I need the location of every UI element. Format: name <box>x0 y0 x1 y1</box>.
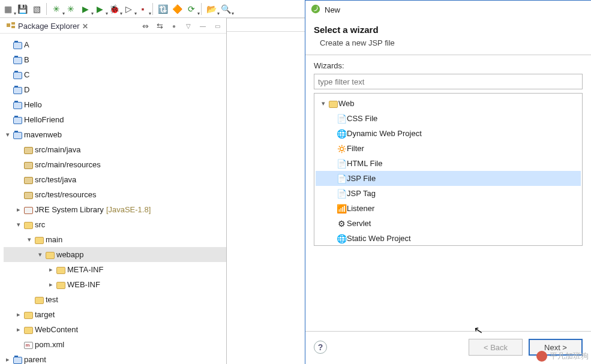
tree-node[interactable]: D <box>4 82 226 97</box>
node-icon <box>12 85 23 94</box>
minimize-icon[interactable]: — <box>197 21 208 32</box>
tree-node[interactable]: ▸JRE System Library[JavaSE-1.8] <box>4 202 226 217</box>
svg-rect-0 <box>7 23 10 27</box>
tree-node[interactable]: ▾webapp <box>4 247 226 262</box>
tb-saveall-icon[interactable]: ▧ <box>30 2 43 16</box>
tb-debug-icon[interactable]: ✳ <box>50 2 63 16</box>
node-label: src <box>34 220 45 229</box>
maximize-icon[interactable]: ▭ <box>212 21 223 32</box>
tree-node[interactable]: A <box>4 37 226 52</box>
wizard-item-icon: 📶 <box>336 204 347 213</box>
node-icon <box>23 175 34 183</box>
tree-node[interactable]: B <box>4 52 226 67</box>
back-button[interactable]: < Back <box>469 339 523 356</box>
tree-node[interactable]: ▸WEB-INF <box>4 277 226 292</box>
node-label: src/main/resources <box>34 160 101 169</box>
expand-icon[interactable]: ▸ <box>4 356 12 363</box>
wizard-item-label: JSP Tag <box>347 189 376 198</box>
wizard-item[interactable]: 📄JSP File <box>316 171 581 186</box>
node-icon <box>23 325 34 333</box>
wizard-item[interactable]: 📄HTML File <box>316 156 581 171</box>
node-label: WEB-INF <box>66 280 100 289</box>
wizard-item-label: Dynamic Web Project <box>347 129 422 138</box>
tb-new-icon[interactable]: ▦ <box>1 2 14 16</box>
node-label: test <box>44 295 58 304</box>
tb-external-icon[interactable]: 🐞 <box>107 2 121 16</box>
focus-icon[interactable]: ● <box>169 21 179 32</box>
node-icon <box>23 205 34 213</box>
tree-node[interactable]: mpom.xml <box>4 337 226 352</box>
tree-node[interactable]: C <box>4 67 226 82</box>
node-label: src/test/java <box>34 175 76 184</box>
svg-rect-2 <box>11 26 15 28</box>
expand-icon[interactable]: ▸ <box>47 266 55 273</box>
node-label: Hello <box>23 100 42 109</box>
tree-node[interactable]: Hello <box>4 97 226 112</box>
tb-open-icon[interactable]: 📂 <box>205 2 218 16</box>
node-icon <box>55 280 66 288</box>
package-explorer-icon <box>6 20 18 32</box>
tree-node[interactable]: ▾mavenweb <box>4 127 226 142</box>
help-icon[interactable]: ? <box>314 341 327 354</box>
wizard-item[interactable]: 🌐Dynamic Web Project <box>316 126 581 141</box>
tree-node[interactable]: ▸META-INF <box>4 262 226 277</box>
collapse-all-icon[interactable]: ⇔ <box>140 21 151 32</box>
wizard-item[interactable]: 📄CSS File <box>316 111 581 126</box>
wizard-item-label: Filter <box>347 144 364 153</box>
tb-launch-icon[interactable]: ▷ <box>122 2 135 16</box>
node-label: mavenweb <box>23 130 62 139</box>
wizard-item[interactable]: 🌐Static Web Project <box>316 231 581 246</box>
node-label: webapp <box>55 250 84 259</box>
node-label: target <box>34 310 55 319</box>
node-label: src/main/java <box>34 145 81 154</box>
tree-node[interactable]: HelloFriend <box>4 112 226 127</box>
tb-refresh-icon[interactable]: ⟳ <box>185 2 198 16</box>
package-explorer-tree[interactable]: ABCDHelloHelloFriend▾mavenwebsrc/main/ja… <box>0 34 226 364</box>
wizard-item-label: CSS File <box>347 114 377 123</box>
expand-icon[interactable]: ▾ <box>4 131 12 139</box>
expand-icon[interactable]: ▸ <box>14 206 23 213</box>
wizard-filter-input[interactable] <box>314 74 583 89</box>
tb-run-dropdown-icon[interactable]: ▶ <box>79 2 92 16</box>
expand-icon[interactable]: ▾ <box>36 251 44 258</box>
dialog-titlebar: New <box>305 1 591 19</box>
expand-icon[interactable]: ▸ <box>14 326 23 333</box>
tree-node[interactable]: ▸WebContent <box>4 322 226 337</box>
link-editor-icon[interactable]: ⇆ <box>154 21 165 32</box>
tb-stop-icon[interactable]: ▪ <box>136 2 149 16</box>
tree-node[interactable]: src/main/java <box>4 142 226 157</box>
tree-node[interactable]: ▾main <box>4 232 226 247</box>
tree-node[interactable]: ▾src <box>4 217 226 232</box>
close-icon[interactable]: ✕ <box>82 22 88 31</box>
next-button[interactable]: Next > <box>529 339 583 356</box>
expand-icon[interactable]: ▾ <box>319 100 328 107</box>
tree-node[interactable]: src/test/resources <box>4 187 226 202</box>
tb-new-javaclass-icon[interactable]: 🔃 <box>156 2 169 16</box>
wizard-category[interactable]: ▾Web <box>316 96 581 111</box>
expand-icon[interactable]: ▾ <box>25 236 34 243</box>
tree-node[interactable]: ▸target <box>4 307 226 322</box>
tree-node[interactable]: src/main/resources <box>4 157 226 172</box>
tb-new-package-icon[interactable]: 🔶 <box>170 2 184 16</box>
dialog-footer: ? < Back Next > <box>305 331 591 364</box>
tb-coverage-icon[interactable]: ▶ <box>93 2 106 16</box>
node-icon <box>12 130 23 139</box>
wizard-item-icon: 📄 <box>336 159 347 169</box>
wizard-tree[interactable]: ▾Web📄CSS File🌐Dynamic Web Project🔅Filter… <box>314 93 583 246</box>
node-label: JRE System Library <box>34 205 104 214</box>
tree-node[interactable]: test <box>4 292 226 307</box>
tree-node[interactable]: src/test/java <box>4 172 226 187</box>
wizard-item[interactable]: 📄JSP Tag <box>316 186 581 201</box>
wizard-item[interactable]: ⚙Servlet <box>316 216 581 231</box>
tb-save-icon[interactable]: 💾 <box>16 2 29 16</box>
node-suffix: [JavaSE-1.8] <box>106 205 151 214</box>
wizard-item[interactable]: 🔅Filter <box>316 141 581 156</box>
tb-search-icon[interactable]: 🔍 <box>219 2 232 16</box>
wizard-item[interactable]: 📶Listener <box>316 201 581 216</box>
expand-icon[interactable]: ▾ <box>14 221 23 228</box>
tree-node[interactable]: ▸parent <box>4 352 226 364</box>
view-menu-icon[interactable]: ▽ <box>183 21 194 32</box>
expand-icon[interactable]: ▸ <box>47 281 55 288</box>
expand-icon[interactable]: ▸ <box>14 311 23 318</box>
tb-run-icon[interactable]: ✳ <box>64 2 77 16</box>
